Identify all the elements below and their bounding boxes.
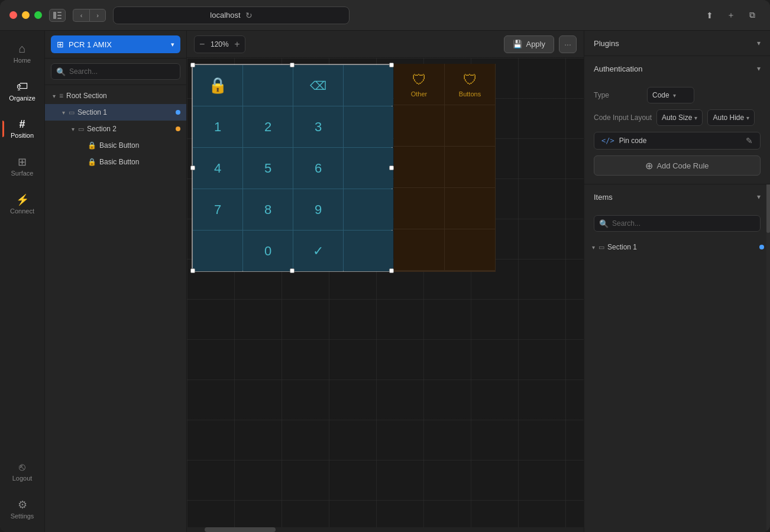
code-input-size-select[interactable]: Auto Size ▾: [656, 109, 703, 126]
pin-key-confirm[interactable]: ✓: [293, 231, 343, 271]
sidebar-item-home[interactable]: ⌂ Home: [2, 35, 43, 71]
items-search-input[interactable]: [612, 219, 755, 228]
handle-bottom-right[interactable]: [389, 268, 394, 273]
canvas-scrollbar-thumb[interactable]: [205, 527, 276, 532]
items-header[interactable]: Items ▾: [584, 184, 770, 209]
tree-item-root-section[interactable]: ▾ ≡ Root Section: [45, 87, 186, 104]
main-layout: ⌂ Home 🏷 Organize # Position ⊞ Surface ⚡…: [0, 31, 770, 532]
add-code-rule-label: Add Code Rule: [656, 161, 708, 170]
pin-code-value: Pin code: [619, 137, 741, 145]
items-search-wrap: 🔍: [594, 215, 761, 232]
zoom-in-button[interactable]: +: [233, 39, 241, 50]
pin-code-edit-icon[interactable]: ✎: [746, 136, 753, 145]
pin-key-empty6: [193, 231, 242, 271]
handle-middle-right[interactable]: [389, 166, 394, 170]
pin-pad-container[interactable]: 🔒 ⌫ 1 2 3 4 5 6: [192, 64, 393, 272]
plugins-header[interactable]: Plugins ▾: [584, 31, 770, 56]
empty-other-7: [394, 229, 444, 270]
tree-item-basic-button-2[interactable]: ▾ 🔒 Basic Button: [45, 154, 186, 170]
plugins-section: Plugins ▾: [584, 31, 770, 56]
handle-bottom-left[interactable]: [190, 268, 195, 273]
empty-other-5: [394, 188, 444, 229]
tree-icon-bb2: 🔒: [88, 158, 96, 166]
type-select[interactable]: Code ▾: [647, 87, 694, 103]
project-selector[interactable]: ⊞ PCR 1 AMIX ▾: [51, 35, 180, 53]
pin-key-7[interactable]: 7: [193, 189, 242, 230]
pin-key-3[interactable]: 3: [293, 106, 343, 147]
share-button[interactable]: ⬆: [701, 9, 718, 22]
buttons-cell[interactable]: 🛡 Buttons: [445, 64, 495, 105]
tree-item-section-1[interactable]: ▾ ▭ Section 1: [45, 104, 186, 121]
authentication-section: Authentication ▾ Type Code ▾ Code Inpu: [584, 56, 770, 184]
more-button[interactable]: ···: [559, 35, 577, 53]
zoom-out-button[interactable]: −: [198, 39, 206, 50]
minimize-button[interactable]: [22, 11, 30, 19]
tree-item-basic-button-1[interactable]: ▾ 🔒 Basic Button: [45, 137, 186, 154]
zoom-value: 120%: [208, 40, 231, 48]
apply-save-icon: 💾: [513, 40, 522, 48]
pin-key-2[interactable]: 2: [243, 106, 293, 147]
type-chevron-icon: ▾: [673, 92, 676, 99]
sidebar-item-logout[interactable]: ⎋ Logout: [2, 454, 43, 489]
tree-dot-section2: [176, 126, 180, 131]
canvas-scrollbar-h[interactable]: [187, 527, 584, 532]
items-tree-section1[interactable]: ▾ ▭ Section 1: [584, 239, 770, 255]
pin-key-6[interactable]: 6: [293, 148, 343, 189]
sidebar-item-connect[interactable]: ⚡ Connect: [2, 187, 43, 222]
forward-button[interactable]: ›: [89, 9, 106, 22]
handle-top-left[interactable]: [190, 63, 195, 67]
right-panel-scrollbar-track: [766, 184, 770, 532]
tabs-button[interactable]: ⧉: [744, 9, 761, 22]
sidebar-item-surface[interactable]: ⊞ Surface: [2, 149, 43, 184]
url-bar[interactable]: localhost ↻: [113, 7, 350, 24]
empty-other-4: [445, 147, 495, 187]
pin-key-8[interactable]: 8: [243, 189, 293, 230]
handle-top-center[interactable]: [290, 63, 295, 67]
code-input-hide-select[interactable]: Auto Hide ▾: [707, 109, 755, 126]
tree-label-basic-button-1: Basic Button: [99, 141, 139, 150]
authentication-header[interactable]: Authentication ▾: [584, 56, 770, 81]
sidebar-toggle-button[interactable]: [49, 9, 66, 22]
layer-panel-header: ⊞ PCR 1 AMIX ▾: [45, 31, 186, 59]
sidebar-item-settings[interactable]: ⚙ Settings: [2, 492, 43, 527]
items-tree: ▾ ▭ Section 1: [584, 236, 770, 387]
pin-key-0[interactable]: 0: [243, 231, 293, 271]
project-chevron-icon: ▾: [171, 41, 174, 48]
type-label: Type: [594, 91, 641, 99]
add-code-rule-button[interactable]: ⊕ Add Code Rule: [594, 155, 761, 176]
sidebar-item-organize[interactable]: 🏷 Organize: [2, 73, 43, 109]
reload-icon[interactable]: ↻: [245, 11, 253, 20]
back-button[interactable]: ‹: [73, 9, 89, 22]
pin-key-5[interactable]: 5: [243, 148, 293, 189]
other-button-cell[interactable]: 🛡 Other: [394, 64, 444, 105]
layer-panel: ⊞ PCR 1 AMIX ▾ 🔍 ▾ ≡ Root Section: [45, 31, 187, 532]
tree-label-section-1: Section 1: [77, 108, 107, 116]
other-buttons-container: 🛡 Other 🛡 Buttons: [394, 64, 496, 272]
pin-key-9[interactable]: 9: [293, 189, 343, 230]
canvas-area: − 120% + 💾 Apply ···: [187, 31, 584, 532]
handle-top-right[interactable]: [389, 63, 394, 67]
items-tree-icon: ▭: [598, 244, 604, 251]
pin-key-1[interactable]: 1: [193, 106, 242, 147]
nav-back-forward: ‹ ›: [73, 9, 106, 22]
pin-key-4[interactable]: 4: [193, 148, 242, 189]
titlebar: ‹ › localhost ↻ ⬆ ＋ ⧉: [0, 0, 770, 31]
apply-button[interactable]: 💾 Apply: [504, 35, 554, 53]
svg-rect-3: [57, 18, 62, 19]
layer-search-input[interactable]: [69, 67, 175, 76]
close-button[interactable]: [9, 11, 17, 19]
handle-bottom-center[interactable]: [290, 268, 295, 273]
plugins-chevron-icon: ▾: [757, 39, 761, 47]
project-name: PCR 1 AMIX: [69, 40, 112, 49]
handle-middle-left[interactable]: [190, 166, 195, 170]
pin-key-lock[interactable]: 🔒: [193, 65, 242, 106]
maximize-button[interactable]: [34, 11, 42, 19]
code-hide-chevron-icon: ▾: [746, 115, 749, 121]
pin-key-backspace[interactable]: ⌫: [293, 65, 343, 106]
right-panel-scrollbar-thumb[interactable]: [766, 184, 770, 233]
titlebar-actions: ⬆ ＋ ⧉: [701, 9, 761, 22]
new-tab-button[interactable]: ＋: [723, 9, 739, 22]
sidebar-item-position[interactable]: # Position: [2, 111, 43, 147]
tree-item-section-2[interactable]: ▾ ▭ Section 2: [45, 121, 186, 137]
pin-key-empty7: [344, 231, 393, 271]
